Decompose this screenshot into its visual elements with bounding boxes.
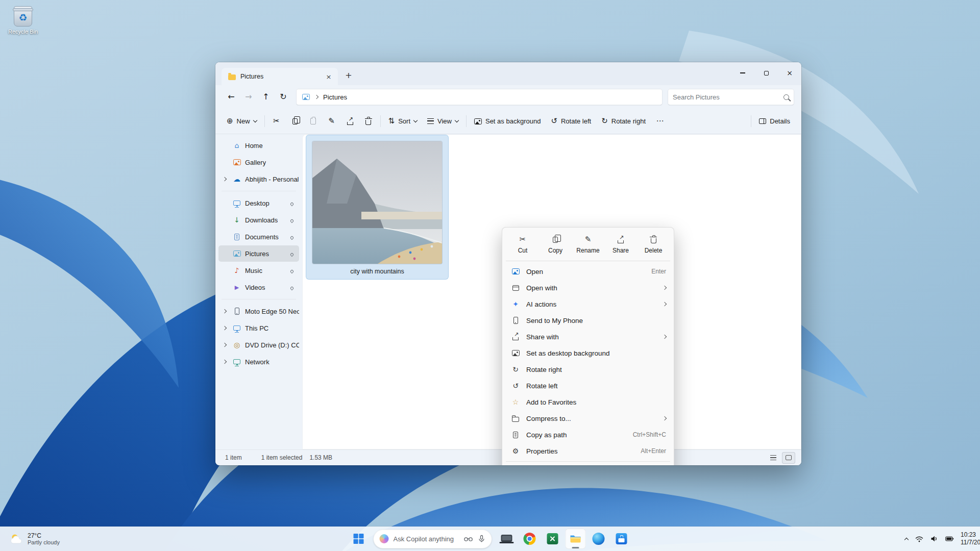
clock[interactable]: 10:23 11/7/2025 — [961, 531, 980, 546]
copy-button[interactable]: Copy — [539, 231, 572, 257]
rotate-left-button[interactable]: ↺ Rotate left — [546, 112, 596, 131]
submenu-chevron-icon — [663, 302, 667, 306]
recycle-bin[interactable]: ♻ Recycle Bin — [5, 6, 41, 35]
up-button[interactable]: ↑ — [257, 88, 275, 106]
separator — [466, 115, 467, 127]
sidebar-item-dvd-drive[interactable]: ◎ DVD Drive (D:) CCC — [218, 337, 299, 353]
large-thumbnails-toggle[interactable] — [782, 452, 795, 464]
menu-item-compress-to[interactable]: Compress to... — [504, 410, 672, 427]
menu-item-rotate-right[interactable]: ↻ Rotate right — [504, 361, 672, 378]
submenu-chevron-icon — [663, 416, 667, 420]
expand-chevron-icon[interactable] — [223, 326, 227, 330]
tab-close-icon[interactable]: × — [324, 71, 334, 82]
copy-button[interactable] — [286, 112, 304, 131]
image-icon — [474, 118, 482, 124]
share-button[interactable] — [341, 112, 359, 131]
taskbar-app-edge[interactable] — [589, 529, 609, 549]
new-tab-button[interactable]: + — [341, 68, 356, 83]
sidebar-item-network[interactable]: Network — [218, 354, 299, 370]
forward-button[interactable]: → — [240, 88, 257, 106]
folder-icon — [228, 74, 236, 80]
rename-button[interactable]: ✎ Rename — [572, 231, 604, 257]
search-input[interactable] — [673, 93, 783, 101]
menu-item-set-as-desktop-background[interactable]: Set as desktop background — [504, 345, 672, 361]
menu-item-open-with[interactable]: Open with — [504, 280, 672, 296]
taskbar-app-device[interactable] — [497, 529, 517, 549]
menu-item-onedrive[interactable]: ☁ OneDrive — [504, 464, 672, 465]
cut-button[interactable]: ✂ — [267, 112, 286, 131]
wifi-button[interactable] — [912, 530, 927, 548]
delete-button[interactable] — [359, 112, 378, 131]
rename-icon: ✎ — [585, 235, 592, 244]
sidebar-item-music[interactable]: ♪ Music — [218, 262, 299, 279]
view-button[interactable]: View — [422, 112, 463, 131]
share-button[interactable]: Share — [604, 231, 637, 257]
sort-button[interactable]: ⇅ Sort — [383, 112, 422, 131]
rename-button[interactable]: ✎ — [323, 112, 341, 131]
sidebar-item-documents[interactable]: Documents — [218, 229, 299, 245]
address-bar[interactable]: Pictures — [296, 89, 663, 106]
start-button[interactable] — [349, 529, 369, 549]
separator — [506, 261, 670, 261]
weather-widget[interactable]: 27°C Partly cloudy — [5, 527, 64, 551]
volume-button[interactable] — [927, 530, 942, 548]
details-button[interactable]: Details — [754, 112, 795, 131]
videos-icon: ▶ — [232, 285, 241, 290]
file-tile-selected[interactable]: city with mountains — [306, 135, 448, 279]
set-as-background-button[interactable]: Set as background — [469, 112, 546, 131]
sidebar-item-downloads[interactable]: ↓ Downloads — [218, 212, 299, 228]
rotate-right-button[interactable]: ↻ Rotate right — [596, 112, 651, 131]
sidebar-item-videos[interactable]: ▶ Videos — [218, 279, 299, 295]
menu-item-copy-as-path[interactable]: Copy as path Ctrl+Shift+C — [504, 427, 672, 443]
copilot-vision-glasses-icon[interactable] — [464, 536, 473, 542]
paste-icon — [310, 118, 316, 124]
sort-icon: ⇅ — [388, 117, 395, 125]
sidebar-item-desktop[interactable]: Desktop — [218, 195, 299, 211]
tab-pictures[interactable]: Pictures × — [222, 68, 338, 85]
expand-chevron-icon[interactable] — [223, 343, 227, 347]
menu-item-properties[interactable]: ⚙ Properties Alt+Enter — [504, 443, 672, 459]
sidebar-item-onedrive-personal[interactable]: ☁ Abhijith - Personal — [218, 171, 299, 187]
paste-button[interactable] — [304, 112, 323, 131]
gallery-icon — [232, 159, 241, 165]
expand-chevron-icon[interactable] — [223, 360, 227, 364]
menu-item-share-with[interactable]: Share with — [504, 329, 672, 345]
menu-item-rotate-left[interactable]: ↺ Rotate left — [504, 378, 672, 394]
taskbar-app-store[interactable] — [611, 529, 632, 549]
minimize-button[interactable] — [731, 62, 754, 84]
microphone-icon[interactable] — [478, 535, 486, 543]
sidebar-item-home[interactable]: ⌂ Home — [218, 137, 299, 154]
refresh-button[interactable]: ↻ — [275, 88, 292, 106]
separator — [751, 115, 751, 127]
hidden-icons-button[interactable] — [901, 530, 912, 548]
rotate-left-icon: ↺ — [510, 382, 521, 389]
menu-item-ai-actions[interactable]: ✦ AI actions — [504, 296, 672, 312]
menu-item-open[interactable]: Open Enter — [504, 263, 672, 280]
sidebar-item-moto-edge-50-neo[interactable]: Moto Edge 50 Neo — [218, 303, 299, 319]
expand-chevron-icon[interactable] — [223, 309, 227, 313]
back-button[interactable]: ← — [223, 88, 240, 106]
menu-item-add-to-favorites[interactable]: ☆ Add to Favorites — [504, 394, 672, 410]
delete-button[interactable]: Delete — [637, 231, 670, 257]
taskbar-app-excel[interactable] — [543, 529, 563, 549]
sidebar-item-this-pc[interactable]: This PC — [218, 320, 299, 336]
cut-button[interactable]: ✂ Cut — [506, 231, 539, 257]
file-list-area[interactable]: city with mountains ✂ Cut Copy ✎ Rename — [302, 134, 801, 449]
copilot-search-box[interactable]: Ask Copilot anything — [374, 530, 492, 548]
new-button[interactable]: ⊕ New — [222, 112, 262, 131]
sidebar-item-gallery[interactable]: Gallery — [218, 154, 299, 170]
taskbar-app-file-explorer[interactable] — [566, 529, 586, 549]
chevron-up-icon — [904, 537, 909, 541]
maximize-button[interactable] — [754, 62, 778, 84]
menu-item-send-to-my-phone[interactable]: Send to My Phone — [504, 312, 672, 329]
battery-button[interactable] — [942, 530, 958, 548]
selection-size: 1.53 MB — [309, 454, 332, 461]
expand-chevron-icon[interactable] — [223, 177, 227, 181]
sidebar-item-pictures[interactable]: Pictures — [218, 245, 299, 262]
close-button[interactable]: × — [778, 62, 801, 84]
selection-count: 1 item selected — [261, 454, 303, 461]
phone-icon — [510, 317, 521, 324]
taskbar-app-chrome[interactable] — [520, 529, 540, 549]
details-view-toggle[interactable] — [767, 452, 780, 464]
see-more-button[interactable]: ⋯ — [651, 112, 669, 131]
